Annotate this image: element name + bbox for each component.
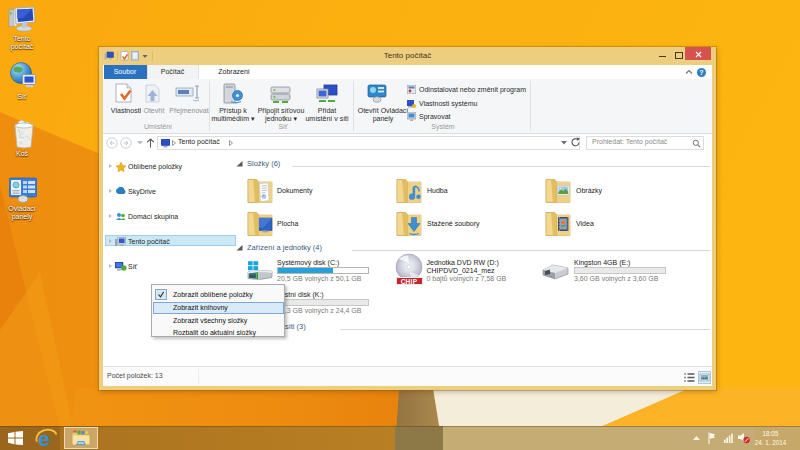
svg-text:e: e xyxy=(38,428,50,449)
